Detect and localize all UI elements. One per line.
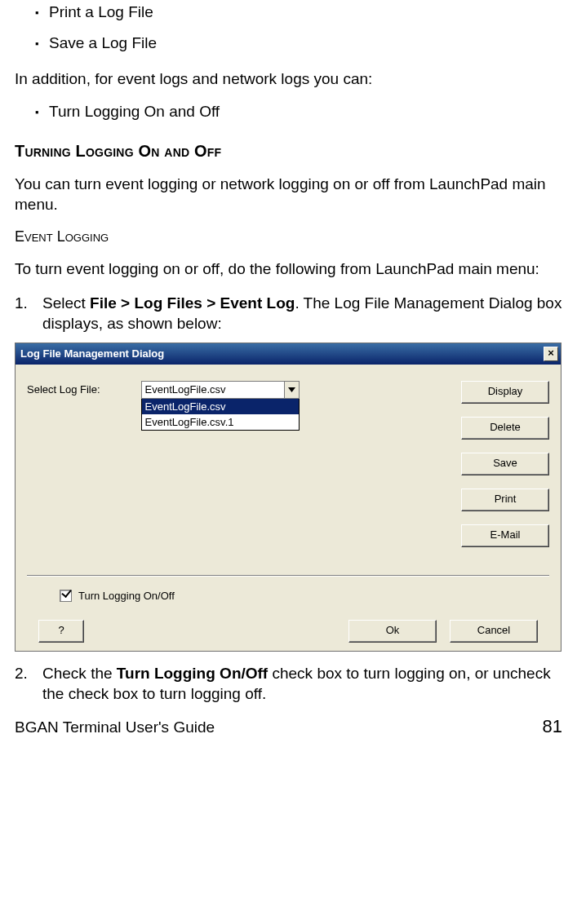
log-file-combobox[interactable]: EventLogFile.csv bbox=[141, 381, 300, 399]
turn-logging-checkbox-label: Turn Logging On/Off bbox=[78, 590, 175, 602]
select-log-file-label: Select Log File: bbox=[27, 381, 100, 396]
bullet-icon: ▪ bbox=[15, 34, 49, 54]
step-number: 1. bbox=[15, 293, 42, 314]
step-text: Check the Turn Logging On/Off check box … bbox=[42, 663, 562, 705]
bullet-list-a: ▪ Print a Log File ▪ Save a Log File bbox=[15, 3, 562, 54]
footer-doc-title: BGAN Terminal User's Guide bbox=[15, 718, 215, 736]
save-button[interactable]: Save bbox=[461, 453, 549, 475]
page-footer: BGAN Terminal User's Guide 81 bbox=[15, 716, 562, 737]
list-item: ▪ Print a Log File bbox=[15, 3, 562, 23]
step-text: Select File > Log Files > Event Log. The… bbox=[42, 293, 562, 334]
print-button[interactable]: Print bbox=[461, 489, 549, 511]
combobox-listbox[interactable]: EventLogFile.csv EventLogFile.csv.1 bbox=[141, 399, 300, 431]
help-button[interactable]: ? bbox=[38, 620, 84, 643]
paragraph: You can turn event logging or network lo… bbox=[15, 174, 562, 215]
footer-page-number: 81 bbox=[543, 716, 562, 737]
ok-button[interactable]: Ok bbox=[348, 620, 437, 643]
paragraph: In addition, for event logs and network … bbox=[15, 69, 562, 90]
close-icon: × bbox=[548, 347, 554, 359]
divider bbox=[27, 575, 549, 577]
section-heading: Turning Logging On and Off bbox=[15, 142, 562, 161]
chevron-down-icon bbox=[288, 387, 295, 392]
combobox-option[interactable]: EventLogFile.csv bbox=[142, 399, 299, 414]
combobox-value: EventLogFile.csv bbox=[142, 382, 284, 398]
email-button[interactable]: E-Mail bbox=[461, 524, 549, 547]
subsection-heading: Event Logging bbox=[15, 228, 562, 245]
paragraph: To turn event logging on or off, do the … bbox=[15, 259, 562, 280]
bullet-text: Print a Log File bbox=[49, 3, 153, 21]
step-number: 2. bbox=[15, 663, 42, 684]
bullet-list-b: ▪ Turn Logging On and Off bbox=[15, 103, 562, 122]
delete-button[interactable]: Delete bbox=[461, 417, 549, 440]
dialog-title-text: Log File Management Dialog bbox=[20, 347, 164, 360]
cancel-button[interactable]: Cancel bbox=[450, 620, 538, 643]
turn-logging-checkbox[interactable] bbox=[60, 590, 72, 602]
combobox-option[interactable]: EventLogFile.csv.1 bbox=[142, 414, 299, 430]
bullet-icon: ▪ bbox=[15, 3, 49, 23]
list-item: ▪ Save a Log File bbox=[15, 34, 562, 54]
numbered-step: 2. Check the Turn Logging On/Off check b… bbox=[15, 663, 562, 705]
numbered-step: 1. Select File > Log Files > Event Log. … bbox=[15, 293, 562, 334]
close-button[interactable]: × bbox=[544, 347, 558, 361]
bullet-text: Save a Log File bbox=[49, 34, 157, 52]
bullet-text: Turn Logging On and Off bbox=[49, 103, 220, 121]
list-item: ▪ Turn Logging On and Off bbox=[15, 103, 562, 122]
combobox-dropdown-button[interactable] bbox=[284, 382, 299, 398]
bullet-icon: ▪ bbox=[15, 103, 49, 122]
display-button[interactable]: Display bbox=[461, 381, 549, 404]
dialog-titlebar: Log File Management Dialog × bbox=[16, 343, 561, 365]
log-file-management-dialog: Log File Management Dialog × Select Log … bbox=[15, 343, 561, 652]
